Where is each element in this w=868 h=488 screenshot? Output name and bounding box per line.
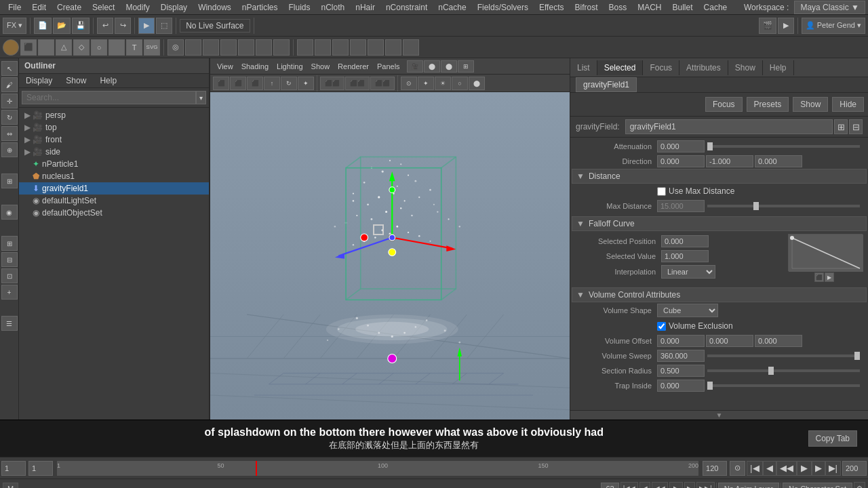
- menu-select[interactable]: Select: [87, 1, 120, 14]
- expand-btn2[interactable]: ⊟: [849, 119, 863, 134]
- volume-section-header[interactable]: ▼ Volume Control Attributes: [572, 287, 867, 302]
- text-btn[interactable]: T: [126, 39, 142, 56]
- outliner-search-input[interactable]: [22, 91, 196, 104]
- tab-help[interactable]: Help: [763, 60, 794, 75]
- tree-item-side[interactable]: ▶ 🎥 side: [19, 146, 209, 158]
- rotate-btn[interactable]: ↻: [1, 110, 18, 125]
- end-frame-input[interactable]: [703, 461, 727, 476]
- menu-effects[interactable]: Effects: [534, 1, 569, 14]
- max-distance-input[interactable]: [657, 200, 705, 212]
- scale-btn[interactable]: ⇔: [1, 126, 18, 141]
- add-attr-btn[interactable]: +: [1, 285, 18, 300]
- tab-attributes[interactable]: Attributes: [679, 60, 728, 75]
- section-radius-slider[interactable]: [707, 369, 860, 372]
- shading-2[interactable]: ⬛⬛: [345, 77, 370, 90]
- menu-fields[interactable]: Fields/Solvers: [472, 1, 534, 14]
- direction-y-input[interactable]: [706, 155, 753, 167]
- sel-pos-input[interactable]: [661, 235, 709, 247]
- svg-btn[interactable]: SVG: [144, 39, 160, 56]
- focus-btn[interactable]: Focus: [705, 97, 743, 112]
- lighting-1[interactable]: ⊙: [401, 77, 417, 90]
- vol-offset-z[interactable]: [755, 335, 802, 347]
- show-btn[interactable]: Show: [793, 97, 828, 112]
- menu-ncache[interactable]: nCache: [433, 1, 471, 14]
- lasso-tool[interactable]: ⬚: [156, 18, 172, 34]
- workspace-select[interactable]: Maya Classic ▼: [794, 1, 865, 14]
- view-nav2[interactable]: ⬛: [230, 77, 246, 90]
- cam-btn[interactable]: 🎥: [407, 60, 423, 73]
- jiggle-btn[interactable]: [403, 39, 419, 56]
- lighting-5[interactable]: ⬤: [469, 77, 485, 90]
- frame-toggle[interactable]: ⊙: [730, 461, 745, 476]
- attr-scroll-down[interactable]: ▼: [570, 410, 868, 420]
- menu-fluids[interactable]: Fluids: [283, 1, 316, 14]
- current-frame-input[interactable]: [28, 461, 53, 476]
- lighting-3[interactable]: ☀: [435, 77, 451, 90]
- paint-select-btn[interactable]: 🖌: [1, 77, 18, 92]
- tree-item-defaultobjectset[interactable]: ◉ defaultObjectSet: [19, 207, 209, 219]
- back2[interactable]: ◀◀: [652, 482, 668, 489]
- outliner-show-menu[interactable]: Show: [59, 74, 93, 87]
- view-nav1[interactable]: ⬛: [213, 77, 229, 90]
- timeline-track[interactable]: 1 50 100 150 200: [57, 461, 698, 476]
- skip-end-btn[interactable]: ▶|: [825, 461, 841, 476]
- show-manip-btn[interactable]: ⊞: [1, 174, 18, 188]
- menu-boss[interactable]: Boss: [603, 1, 632, 14]
- start-frame-input[interactable]: [1, 461, 26, 476]
- new-scene-btn[interactable]: 📄: [34, 18, 52, 34]
- menu-nhair[interactable]: nHair: [350, 1, 380, 14]
- gravity-field-input[interactable]: [625, 119, 833, 134]
- menu-display[interactable]: Display: [155, 1, 193, 14]
- shading-3[interactable]: ⬛⬛: [370, 77, 395, 90]
- attenuation-input[interactable]: [657, 140, 705, 152]
- next-frame-btn[interactable]: ▶: [812, 461, 825, 476]
- max-frame-input[interactable]: [842, 461, 867, 476]
- fwd2[interactable]: ▶: [684, 482, 695, 489]
- prev-frame-btn[interactable]: ◀: [763, 461, 776, 476]
- soft-select-btn[interactable]: ◉: [1, 205, 18, 220]
- play-start2[interactable]: |◀◀: [620, 482, 639, 489]
- subdiv-btn[interactable]: [203, 39, 219, 56]
- cube-btn[interactable]: ⬛: [20, 39, 37, 56]
- falloff-btn2[interactable]: ▶: [825, 272, 834, 282]
- viewport-canvas[interactable]: [210, 92, 570, 420]
- curve-btn[interactable]: [108, 39, 125, 56]
- next-cam-btn[interactable]: ⬤: [441, 60, 457, 73]
- render-btn[interactable]: ▶: [778, 18, 794, 34]
- volume-sweep-slider[interactable]: [707, 354, 860, 357]
- cylinder-btn[interactable]: [38, 39, 54, 56]
- outliner-display-menu[interactable]: Display: [19, 74, 59, 87]
- presets-btn[interactable]: Presets: [747, 97, 789, 112]
- menu-bullet[interactable]: Bullet: [667, 1, 698, 14]
- menu-edit[interactable]: Edit: [26, 1, 52, 14]
- move-btn[interactable]: ✛: [1, 94, 18, 108]
- viewport-view-menu[interactable]: View: [213, 61, 237, 72]
- nurbs2-btn[interactable]: [185, 39, 201, 56]
- play2[interactable]: ▶: [669, 482, 683, 489]
- trap-inside-slider[interactable]: [707, 384, 860, 387]
- menu-modify[interactable]: Modify: [120, 1, 155, 14]
- menu-create[interactable]: Create: [52, 1, 87, 14]
- viewport-show-menu[interactable]: Show: [307, 61, 334, 72]
- expand-btn1[interactable]: ⊞: [834, 119, 848, 134]
- char-set-btn[interactable]: No Character Set: [783, 483, 852, 489]
- view-nav4[interactable]: ↑: [264, 77, 280, 90]
- snap-btn[interactable]: ⊟: [1, 252, 18, 267]
- volume-exclusion-checkbox[interactable]: [657, 322, 666, 331]
- anim-layer-btn[interactable]: No Anim Layer: [718, 483, 779, 489]
- tree-item-nucleus1[interactable]: ⬟ nucleus1: [19, 170, 209, 182]
- menu-mach[interactable]: MACH: [632, 1, 667, 14]
- distance-section-header[interactable]: ▼ Distance: [572, 169, 867, 184]
- falloff-section-header[interactable]: ▼ Falloff Curve: [572, 216, 867, 231]
- outliner-search-options[interactable]: ▾: [196, 91, 206, 104]
- max-distance-slider[interactable]: [707, 205, 860, 207]
- select-tool[interactable]: ▶: [138, 18, 155, 34]
- prev-cam-btn[interactable]: ⬤: [424, 60, 440, 73]
- blend-btn[interactable]: [350, 39, 366, 56]
- menu-cache[interactable]: Cache: [698, 1, 733, 14]
- falloff-graph[interactable]: [788, 234, 863, 271]
- falloff-btn1[interactable]: ⬛: [814, 272, 824, 282]
- outliner-help-menu[interactable]: Help: [93, 74, 123, 87]
- volume-shape-select[interactable]: Cube Sphere Cylinder Cone Torus: [657, 304, 718, 317]
- tree-item-front[interactable]: ▶ 🎥 front: [19, 134, 209, 146]
